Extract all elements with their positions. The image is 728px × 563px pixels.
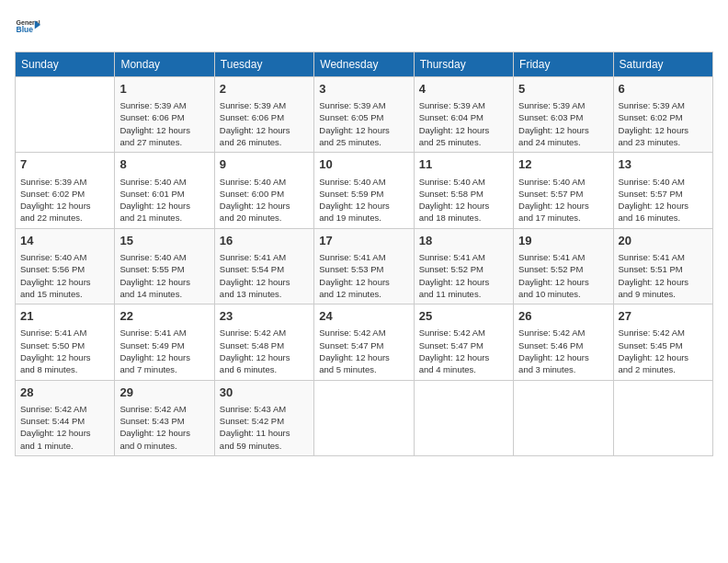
day-number: 30 <box>220 385 309 401</box>
day-info: Sunrise: 5:40 AM Sunset: 6:00 PM Dayligh… <box>220 176 309 224</box>
day-number: 12 <box>518 156 608 173</box>
day-number: 10 <box>319 156 408 173</box>
calendar-table: SundayMondayTuesdayWednesdayThursdayFrid… <box>15 52 713 456</box>
calendar-cell: 23Sunrise: 5:42 AM Sunset: 5:48 PM Dayli… <box>214 304 313 380</box>
day-info: Sunrise: 5:42 AM Sunset: 5:47 PM Dayligh… <box>419 327 508 375</box>
calendar-cell <box>414 380 513 455</box>
day-info: Sunrise: 5:40 AM Sunset: 6:01 PM Dayligh… <box>119 176 209 224</box>
calendar-cell <box>613 380 712 455</box>
calendar-cell: 28Sunrise: 5:42 AM Sunset: 5:44 PM Dayli… <box>16 380 115 455</box>
day-info: Sunrise: 5:39 AM Sunset: 6:05 PM Dayligh… <box>319 99 408 148</box>
day-info: Sunrise: 5:41 AM Sunset: 5:51 PM Dayligh… <box>619 251 708 300</box>
day-info: Sunrise: 5:41 AM Sunset: 5:53 PM Dayligh… <box>319 251 408 300</box>
day-info: Sunrise: 5:40 AM Sunset: 5:59 PM Dayligh… <box>319 176 408 224</box>
calendar-cell: 16Sunrise: 5:41 AM Sunset: 5:54 PM Dayli… <box>214 228 313 304</box>
calendar-cell: 30Sunrise: 5:43 AM Sunset: 5:42 PM Dayli… <box>214 380 313 455</box>
calendar-cell: 13Sunrise: 5:40 AM Sunset: 5:57 PM Dayli… <box>613 153 712 228</box>
calendar-cell: 17Sunrise: 5:41 AM Sunset: 5:53 PM Dayli… <box>314 228 414 304</box>
day-number: 29 <box>119 385 209 401</box>
day-info: Sunrise: 5:40 AM Sunset: 5:58 PM Dayligh… <box>419 176 508 224</box>
day-info: Sunrise: 5:42 AM Sunset: 5:46 PM Dayligh… <box>518 327 608 375</box>
day-number: 22 <box>119 308 209 325</box>
calendar-cell: 22Sunrise: 5:41 AM Sunset: 5:49 PM Dayli… <box>115 304 214 380</box>
day-number: 28 <box>20 385 109 401</box>
header-cell-tuesday: Tuesday <box>214 52 313 77</box>
day-info: Sunrise: 5:41 AM Sunset: 5:54 PM Dayligh… <box>220 251 309 300</box>
calendar-cell: 10Sunrise: 5:40 AM Sunset: 5:59 PM Dayli… <box>314 153 414 228</box>
header-cell-friday: Friday <box>514 52 613 77</box>
header-cell-thursday: Thursday <box>414 52 513 77</box>
day-number: 13 <box>619 156 708 173</box>
calendar-week-1: 7Sunrise: 5:39 AM Sunset: 6:02 PM Daylig… <box>16 153 713 228</box>
day-info: Sunrise: 5:40 AM Sunset: 5:55 PM Dayligh… <box>119 251 209 300</box>
day-number: 4 <box>419 81 508 98</box>
day-number: 6 <box>619 81 708 98</box>
day-info: Sunrise: 5:41 AM Sunset: 5:50 PM Dayligh… <box>20 327 109 375</box>
day-number: 25 <box>419 308 508 325</box>
day-info: Sunrise: 5:41 AM Sunset: 5:49 PM Dayligh… <box>119 327 209 375</box>
day-info: Sunrise: 5:39 AM Sunset: 6:04 PM Dayligh… <box>419 99 508 148</box>
day-info: Sunrise: 5:42 AM Sunset: 5:48 PM Dayligh… <box>220 327 309 375</box>
calendar-cell <box>16 77 115 153</box>
calendar-week-4: 28Sunrise: 5:42 AM Sunset: 5:44 PM Dayli… <box>16 380 713 455</box>
day-info: Sunrise: 5:43 AM Sunset: 5:42 PM Dayligh… <box>220 403 309 452</box>
header-cell-saturday: Saturday <box>613 52 712 77</box>
header-cell-sunday: Sunday <box>16 52 115 77</box>
day-number: 26 <box>518 308 608 325</box>
calendar-cell: 26Sunrise: 5:42 AM Sunset: 5:46 PM Dayli… <box>514 304 613 380</box>
day-number: 21 <box>20 308 109 325</box>
calendar-week-3: 21Sunrise: 5:41 AM Sunset: 5:50 PM Dayli… <box>16 304 713 380</box>
calendar-cell: 25Sunrise: 5:42 AM Sunset: 5:47 PM Dayli… <box>414 304 513 380</box>
day-number: 14 <box>20 233 109 249</box>
calendar-cell: 19Sunrise: 5:41 AM Sunset: 5:52 PM Dayli… <box>514 228 613 304</box>
day-number: 16 <box>220 233 309 249</box>
day-info: Sunrise: 5:39 AM Sunset: 6:03 PM Dayligh… <box>518 99 608 148</box>
day-number: 20 <box>619 233 708 249</box>
header-cell-wednesday: Wednesday <box>314 52 414 77</box>
day-number: 8 <box>119 156 209 173</box>
calendar-cell: 2Sunrise: 5:39 AM Sunset: 6:06 PM Daylig… <box>214 77 313 153</box>
day-info: Sunrise: 5:40 AM Sunset: 5:57 PM Dayligh… <box>619 176 708 224</box>
day-number: 1 <box>119 81 209 98</box>
day-info: Sunrise: 5:41 AM Sunset: 5:52 PM Dayligh… <box>518 251 608 300</box>
calendar-cell: 29Sunrise: 5:42 AM Sunset: 5:43 PM Dayli… <box>115 380 214 455</box>
day-number: 23 <box>220 308 309 325</box>
calendar-cell: 7Sunrise: 5:39 AM Sunset: 6:02 PM Daylig… <box>16 153 115 228</box>
calendar-cell: 9Sunrise: 5:40 AM Sunset: 6:00 PM Daylig… <box>214 153 313 228</box>
calendar-cell: 20Sunrise: 5:41 AM Sunset: 5:51 PM Dayli… <box>613 228 712 304</box>
day-number: 19 <box>518 233 608 249</box>
day-info: Sunrise: 5:42 AM Sunset: 5:43 PM Dayligh… <box>119 403 209 452</box>
day-info: Sunrise: 5:41 AM Sunset: 5:52 PM Dayligh… <box>419 251 508 300</box>
day-number: 2 <box>220 81 309 98</box>
day-number: 3 <box>319 81 408 98</box>
calendar-cell: 24Sunrise: 5:42 AM Sunset: 5:47 PM Dayli… <box>314 304 414 380</box>
day-number: 9 <box>220 156 309 173</box>
day-info: Sunrise: 5:42 AM Sunset: 5:47 PM Dayligh… <box>319 327 408 375</box>
calendar-cell: 15Sunrise: 5:40 AM Sunset: 5:55 PM Dayli… <box>115 228 214 304</box>
calendar-cell: 27Sunrise: 5:42 AM Sunset: 5:45 PM Dayli… <box>613 304 712 380</box>
calendar-cell <box>314 380 414 455</box>
day-info: Sunrise: 5:42 AM Sunset: 5:45 PM Dayligh… <box>619 327 708 375</box>
day-info: Sunrise: 5:40 AM Sunset: 5:56 PM Dayligh… <box>20 251 109 300</box>
day-number: 15 <box>119 233 209 249</box>
calendar-week-0: 1Sunrise: 5:39 AM Sunset: 6:06 PM Daylig… <box>16 77 713 153</box>
calendar-cell: 6Sunrise: 5:39 AM Sunset: 6:02 PM Daylig… <box>613 77 712 153</box>
day-number: 18 <box>419 233 508 249</box>
calendar-cell: 4Sunrise: 5:39 AM Sunset: 6:04 PM Daylig… <box>414 77 513 153</box>
calendar-cell: 1Sunrise: 5:39 AM Sunset: 6:06 PM Daylig… <box>115 77 214 153</box>
calendar-cell: 18Sunrise: 5:41 AM Sunset: 5:52 PM Dayli… <box>414 228 513 304</box>
logo-icon: General Blue <box>15 15 40 40</box>
calendar-cell: 12Sunrise: 5:40 AM Sunset: 5:57 PM Dayli… <box>514 153 613 228</box>
day-info: Sunrise: 5:39 AM Sunset: 6:02 PM Dayligh… <box>619 99 708 148</box>
day-number: 11 <box>419 156 508 173</box>
calendar-body: 1Sunrise: 5:39 AM Sunset: 6:06 PM Daylig… <box>16 77 713 456</box>
logo: General Blue <box>15 15 40 40</box>
day-info: Sunrise: 5:39 AM Sunset: 6:06 PM Dayligh… <box>220 99 309 148</box>
day-number: 27 <box>619 308 708 325</box>
calendar-cell: 21Sunrise: 5:41 AM Sunset: 5:50 PM Dayli… <box>16 304 115 380</box>
calendar-header-row: SundayMondayTuesdayWednesdayThursdayFrid… <box>16 52 713 77</box>
page-header: General Blue <box>15 15 713 40</box>
calendar-cell <box>514 380 613 455</box>
calendar-week-2: 14Sunrise: 5:40 AM Sunset: 5:56 PM Dayli… <box>16 228 713 304</box>
header-cell-monday: Monday <box>115 52 214 77</box>
